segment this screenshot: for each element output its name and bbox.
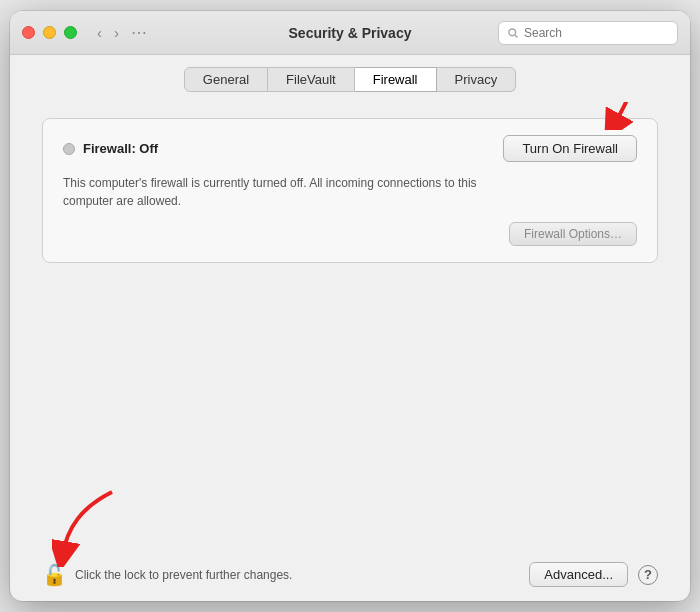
help-button[interactable]: ? — [638, 565, 658, 585]
bottom-right: Advanced... ? — [529, 562, 658, 587]
firewall-status-row: Firewall: Off Turn On Firewall — [63, 135, 637, 162]
lock-label: Click the lock to prevent further change… — [75, 568, 292, 582]
titlebar: ‹ › ⋯ Security & Privacy — [10, 11, 690, 55]
firewall-status-left: Firewall: Off — [63, 141, 158, 156]
content-area: Firewall: Off Turn On Firewall — [10, 102, 690, 552]
lock-icon[interactable]: 🔓 — [42, 564, 67, 586]
bottom-left: 🔓 Click the lock to prevent further chan… — [42, 563, 292, 587]
main-window: ‹ › ⋯ Security & Privacy General FileVau… — [10, 11, 690, 601]
back-button[interactable]: ‹ — [93, 22, 106, 43]
bottom-bar: 🔓 Click the lock to prevent further chan… — [10, 552, 690, 601]
search-input[interactable] — [524, 26, 669, 40]
firewall-panel: Firewall: Off Turn On Firewall — [42, 118, 658, 263]
search-icon — [507, 27, 519, 39]
firewall-description: This computer's firewall is currently tu… — [63, 174, 483, 210]
status-indicator — [63, 143, 75, 155]
minimize-button[interactable] — [43, 26, 56, 39]
arrow-right-indicator — [582, 102, 652, 130]
tab-privacy[interactable]: Privacy — [437, 67, 517, 92]
search-bar[interactable] — [498, 21, 678, 45]
content-spacer — [42, 263, 658, 536]
firewall-options-row: Firewall Options… — [63, 222, 637, 246]
turn-on-container: Turn On Firewall — [503, 135, 637, 162]
tab-firewall[interactable]: Firewall — [355, 67, 437, 92]
maximize-button[interactable] — [64, 26, 77, 39]
tab-filevault[interactable]: FileVault — [268, 67, 355, 92]
tabs-bar: General FileVault Firewall Privacy — [10, 55, 690, 102]
forward-button[interactable]: › — [110, 22, 123, 43]
turn-on-firewall-button[interactable]: Turn On Firewall — [503, 135, 637, 162]
svg-line-1 — [515, 34, 518, 37]
firewall-status-label: Firewall: Off — [83, 141, 158, 156]
grid-button[interactable]: ⋯ — [127, 21, 151, 44]
firewall-options-button[interactable]: Firewall Options… — [509, 222, 637, 246]
traffic-lights — [22, 26, 77, 39]
nav-buttons: ‹ › — [93, 22, 123, 43]
advanced-button[interactable]: Advanced... — [529, 562, 628, 587]
window-title: Security & Privacy — [289, 25, 412, 41]
lock-container: 🔓 — [42, 563, 67, 587]
svg-point-0 — [509, 28, 516, 35]
tab-general[interactable]: General — [184, 67, 268, 92]
close-button[interactable] — [22, 26, 35, 39]
